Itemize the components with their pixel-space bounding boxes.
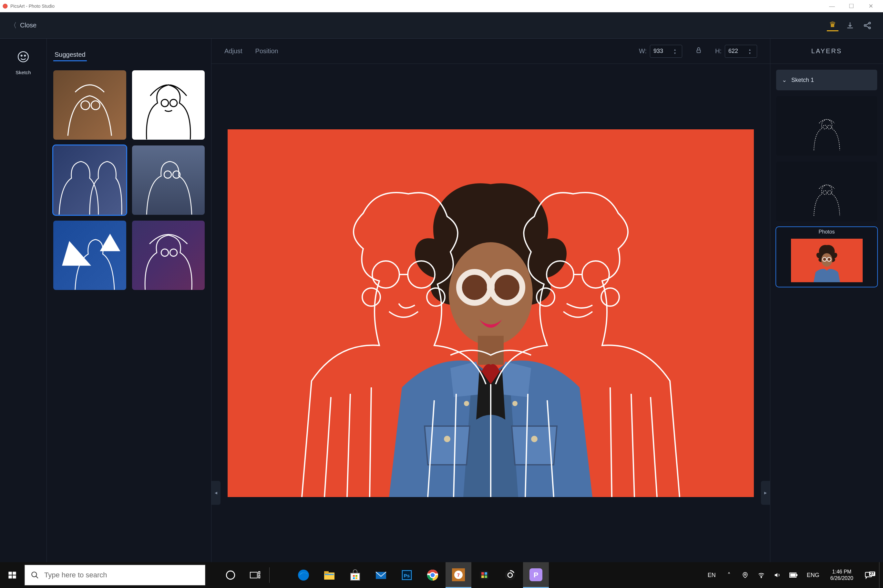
layer-thumb-sketch-a[interactable] — [776, 96, 877, 156]
notification-count: 27 — [869, 572, 875, 576]
svg-rect-41 — [259, 575, 260, 578]
suggested-tab[interactable]: Suggested — [53, 49, 87, 61]
prev-arrow-button[interactable]: ◂ — [212, 481, 221, 505]
premium-crown-icon[interactable]: ♛ — [827, 20, 838, 31]
app-icon-3[interactable] — [497, 562, 523, 588]
width-control: W: 933 ▴▾ — [639, 45, 682, 58]
svg-point-30 — [823, 257, 826, 261]
minimize-button[interactable]: — — [822, 0, 842, 12]
next-arrow-button[interactable]: ▸ — [761, 481, 770, 505]
cortana-icon[interactable] — [218, 562, 243, 588]
svg-rect-63 — [484, 572, 487, 575]
svg-rect-35 — [13, 575, 16, 578]
app-topbar: 〈 Close ♛ — [0, 12, 883, 39]
svg-rect-32 — [8, 572, 12, 575]
layer-label: Photos — [776, 229, 877, 235]
svg-rect-33 — [13, 572, 16, 575]
stepper-icon[interactable]: ▴▾ — [674, 45, 680, 57]
layer-thumb-sketch-b[interactable] — [776, 162, 877, 221]
svg-rect-49 — [353, 578, 355, 579]
preset-thumb[interactable] — [132, 70, 205, 140]
preset-thumb[interactable] — [132, 220, 205, 290]
lock-aspect-icon[interactable] — [695, 47, 702, 56]
svg-rect-47 — [353, 575, 355, 577]
svg-point-15 — [444, 436, 450, 442]
maximize-button[interactable]: ☐ — [842, 0, 861, 12]
svg-point-66 — [505, 570, 515, 580]
layer-row-sketch[interactable]: ⌄ Sketch 1 — [776, 70, 877, 90]
canvas-toolbar: Adjust Position W: 933 ▴▾ H: 622 ▴▾ — [212, 39, 770, 64]
height-value: 622 — [728, 48, 738, 54]
height-input[interactable]: 622 ▴▾ — [725, 45, 757, 58]
svg-rect-39 — [250, 572, 257, 578]
preset-thumb[interactable] — [132, 146, 205, 215]
explorer-app-icon[interactable] — [316, 562, 342, 588]
chevron-down-icon: ⌄ — [782, 76, 787, 84]
sketch-tool-label: Sketch — [0, 70, 47, 75]
taskbar-search[interactable]: Type here to search — [24, 565, 205, 585]
battery-icon[interactable] — [787, 573, 800, 578]
search-icon — [31, 571, 39, 579]
volume-icon[interactable] — [771, 572, 784, 579]
download-icon[interactable] — [844, 20, 856, 31]
store-app-icon[interactable] — [342, 562, 368, 588]
search-placeholder: Type here to search — [44, 571, 107, 579]
mail-app-icon[interactable] — [368, 562, 394, 588]
wifi-icon[interactable] — [755, 572, 768, 579]
app-icon-2[interactable] — [471, 562, 497, 588]
adjust-button[interactable]: Adjust — [224, 47, 242, 55]
width-label: W: — [639, 47, 647, 55]
layers-panel: LAYERS ⌄ Sketch 1 Photos — [770, 39, 883, 562]
input-lang1[interactable]: EN — [704, 572, 720, 579]
photoshop-app-icon[interactable]: Ps — [394, 562, 420, 588]
canvas-sketch-overlay — [228, 129, 754, 497]
task-view-icon[interactable] — [243, 562, 267, 588]
svg-point-25 — [582, 261, 609, 288]
suggested-panel: Suggested — [47, 39, 212, 562]
show-desktop-button[interactable] — [879, 562, 883, 588]
close-window-button[interactable]: ✕ — [861, 0, 880, 12]
tool-strip: Sketch — [0, 39, 47, 562]
width-input[interactable]: 933 ▴▾ — [650, 45, 682, 58]
svg-rect-44 — [324, 571, 329, 574]
preset-thumb[interactable] — [53, 220, 126, 290]
stepper-icon[interactable]: ▴▾ — [749, 45, 755, 57]
svg-rect-9 — [697, 50, 701, 52]
layers-title: LAYERS — [770, 39, 883, 64]
svg-rect-62 — [481, 572, 484, 575]
tray-chevron-up-icon[interactable]: ˄ — [722, 571, 736, 579]
input-lang2[interactable]: ENG — [803, 572, 823, 579]
svg-line-37 — [36, 576, 38, 578]
svg-point-4 — [18, 52, 29, 62]
svg-rect-48 — [355, 575, 357, 577]
svg-point-28 — [601, 288, 619, 306]
layer-name: Sketch 1 — [791, 77, 814, 84]
edge-app-icon[interactable] — [290, 562, 316, 588]
start-button[interactable] — [0, 562, 24, 588]
height-control: H: 622 ▴▾ — [715, 45, 757, 58]
svg-marker-7 — [62, 241, 91, 266]
svg-point-36 — [32, 572, 36, 577]
layer-thumb-photos[interactable]: Photos — [776, 227, 877, 287]
chevron-left-icon: 〈 — [10, 21, 17, 30]
svg-text:Ps: Ps — [404, 573, 410, 578]
close-button[interactable]: 〈 Close — [10, 21, 36, 30]
svg-point-71 — [761, 577, 762, 578]
app-icon-1[interactable]: 7 — [445, 562, 471, 588]
svg-text:7: 7 — [457, 573, 460, 578]
preset-thumb[interactable] — [53, 70, 126, 140]
preset-thumb[interactable] — [53, 146, 126, 215]
location-icon[interactable] — [739, 572, 752, 578]
clock-date: 6/26/2020 — [830, 575, 853, 582]
svg-point-18 — [512, 401, 517, 406]
action-center-icon[interactable]: 27 — [860, 571, 877, 579]
svg-point-16 — [531, 436, 537, 442]
position-button[interactable]: Position — [256, 47, 278, 55]
share-icon[interactable] — [862, 20, 873, 31]
main-canvas[interactable] — [228, 129, 754, 497]
taskbar-clock[interactable]: 1:46 PM 6/26/2020 — [826, 568, 858, 582]
svg-rect-64 — [481, 575, 484, 578]
sketch-tool-icon[interactable] — [0, 50, 47, 66]
picsart-app-icon[interactable]: P — [523, 562, 549, 588]
chrome-app-icon[interactable] — [420, 562, 445, 588]
